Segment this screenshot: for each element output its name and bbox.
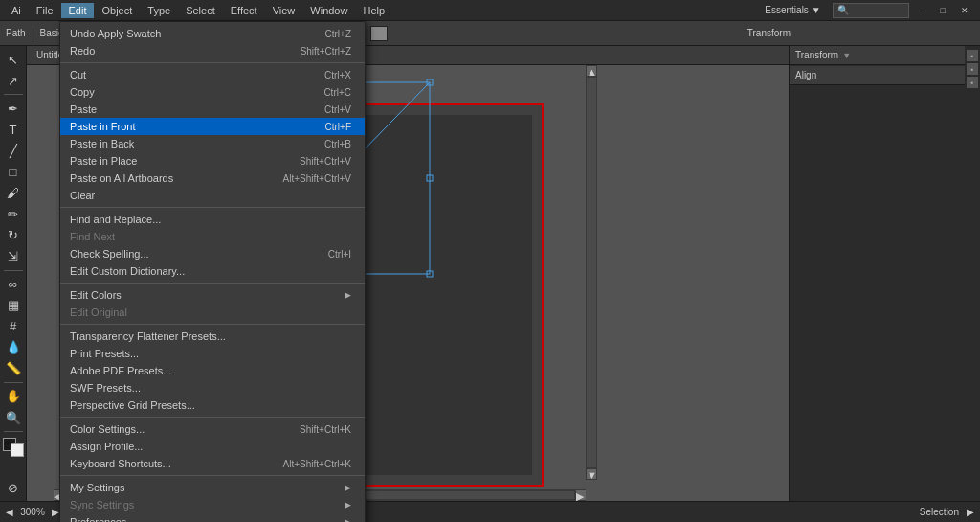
zoom-in-btn[interactable]: ▶ (52, 507, 59, 517)
panel-icon-3[interactable]: ▪ (967, 77, 978, 88)
rectangle-tool[interactable]: □ (3, 162, 24, 181)
vertical-scrollbar[interactable]: ▲ ▼ (586, 65, 597, 480)
transform-label: Transform (747, 28, 791, 38)
menu-item-label-assign-profile: Assign Profile... (70, 441, 351, 452)
gradient-tool[interactable]: ▦ (3, 296, 24, 315)
line-tool[interactable]: ╱ (3, 141, 24, 160)
shortcut-undo-apply-swatch: Ctrl+Z (325, 29, 352, 39)
scroll-right-arrow[interactable]: ▶ (576, 490, 586, 500)
menu-item-label-undo-apply-swatch: Undo Apply Swatch (70, 28, 306, 39)
menu-type[interactable]: Type (140, 3, 178, 18)
zoom-out-btn[interactable]: ◀ (6, 507, 13, 517)
rotate-tool[interactable]: ↻ (3, 226, 24, 245)
menu-item-transparency-flattener-presets[interactable]: Transparency Flattener Presets... (60, 328, 365, 345)
paintbrush-tool[interactable]: 🖌 (3, 183, 24, 202)
align-panel-label: Align (795, 70, 816, 80)
menu-item-label-color-settings: Color Settings... (70, 423, 280, 435)
menu-item-label-find-and-replace: Find and Replace... (70, 214, 351, 225)
menu-item-find-and-replace[interactable]: Find and Replace... (60, 211, 365, 228)
close-btn[interactable]: ✕ (953, 4, 976, 17)
hand-tool[interactable]: ✋ (3, 387, 24, 406)
menu-item-label-edit-colors: Edit Colors (70, 289, 345, 301)
menu-help[interactable]: Help (355, 3, 392, 18)
menu-item-edit-custom-dictionary[interactable]: Edit Custom Dictionary... (60, 262, 365, 280)
menu-item-cut[interactable]: CutCtrl+X (60, 66, 365, 83)
menu-separator-after-edit-original (60, 324, 365, 325)
shortcut-cut: Ctrl+X (324, 70, 351, 80)
panel-icon-2[interactable]: ▪ (967, 63, 978, 75)
menu-select[interactable]: Select (178, 3, 223, 18)
pen-tool[interactable]: ✒ (3, 99, 24, 118)
toolbar-separator-4 (4, 431, 23, 432)
pencil-tool[interactable]: ✏ (3, 204, 24, 223)
menu-item-paste-in-front[interactable]: Paste in FrontCtrl+F (60, 118, 365, 135)
zoom-tool[interactable]: 🔍 (3, 408, 24, 427)
type-tool[interactable]: T (3, 120, 24, 139)
minimize-btn[interactable]: – (913, 4, 933, 17)
shortcut-paste-on-all-artboards: Alt+Shift+Ctrl+V (283, 173, 351, 184)
blend-tool[interactable]: ∞ (3, 275, 24, 294)
menu-item-label-find-next: Find Next (70, 231, 351, 242)
menu-view[interactable]: View (265, 3, 303, 18)
menu-item-undo-apply-swatch[interactable]: Undo Apply SwatchCtrl+Z (60, 25, 365, 42)
menu-item-assign-profile[interactable]: Assign Profile... (60, 438, 365, 455)
menu-ai[interactable]: Ai (4, 3, 29, 18)
menu-item-clear[interactable]: Clear (60, 187, 365, 204)
menu-item-adobe-pdf-presets[interactable]: Adobe PDF Presets... (60, 362, 365, 379)
shortcut-keyboard-shortcuts: Alt+Shift+Ctrl+K (283, 459, 351, 469)
menu-item-redo[interactable]: RedoShift+Ctrl+Z (60, 42, 365, 59)
submenu-arrow-sync-settings: ▶ (345, 500, 351, 510)
menu-item-copy[interactable]: CopyCtrl+C (60, 83, 365, 101)
menu-item-label-check-spelling: Check Spelling... (70, 248, 309, 260)
maximize-btn[interactable]: □ (933, 4, 953, 17)
direct-selection-tool[interactable]: ↗ (3, 71, 24, 90)
menu-item-preferences[interactable]: Preferences▶ (60, 513, 365, 522)
menu-object[interactable]: Object (94, 3, 140, 18)
menu-file[interactable]: File (29, 3, 61, 18)
toolbar-separator-3 (4, 382, 23, 383)
scroll-thumb[interactable] (587, 78, 596, 467)
scroll-up-arrow[interactable]: ▲ (587, 66, 596, 76)
menu-separator-after-edit-custom-dictionary (60, 283, 365, 284)
menu-effect[interactable]: Effect (223, 3, 265, 18)
menu-item-label-swf-presets: SWF Presets... (70, 382, 351, 394)
menu-window[interactable]: Window (302, 3, 355, 18)
menu-item-label-edit-original: Edit Original (70, 306, 351, 318)
shortcut-paste: Ctrl+V (324, 104, 351, 115)
search-field[interactable]: 🔍 (833, 3, 909, 18)
eyedropper-tool[interactable]: 💧 (3, 338, 24, 357)
menu-item-paste-on-all-artboards[interactable]: Paste on All ArtboardsAlt+Shift+Ctrl+V (60, 170, 365, 187)
play-btn[interactable]: ▶ (967, 507, 974, 517)
menu-item-label-perspective-grid-presets: Perspective Grid Presets... (70, 399, 351, 411)
background-color[interactable] (11, 443, 24, 457)
menu-item-edit-colors[interactable]: Edit Colors▶ (60, 286, 365, 304)
menu-item-paste-in-back[interactable]: Paste in BackCtrl+B (60, 135, 365, 152)
stroke-fill-none[interactable]: ⊘ (3, 478, 24, 497)
scroll-down-arrow[interactable]: ▼ (587, 469, 596, 479)
menu-item-swf-presets[interactable]: SWF Presets... (60, 379, 365, 397)
menu-item-edit-original: Edit Original (60, 304, 365, 321)
toolbar-separator-1 (4, 94, 23, 95)
menu-item-my-settings[interactable]: My Settings▶ (60, 479, 365, 496)
shortcut-paste-in-front: Ctrl+F (325, 122, 352, 132)
menu-item-paste[interactable]: PasteCtrl+V (60, 101, 365, 118)
menu-item-keyboard-shortcuts[interactable]: Keyboard Shortcuts...Alt+Shift+Ctrl+K (60, 455, 365, 472)
menu-item-label-edit-custom-dictionary: Edit Custom Dictionary... (70, 265, 351, 277)
styles-swatch[interactable] (370, 26, 388, 41)
essentials-label[interactable]: Essentials ▼ (757, 3, 828, 17)
color-boxes[interactable] (3, 438, 24, 457)
menu-item-label-cut: Cut (70, 69, 305, 80)
menu-item-perspective-grid-presets[interactable]: Perspective Grid Presets... (60, 397, 365, 414)
panel-icon-1[interactable]: ▪ (967, 50, 978, 61)
selection-tool[interactable]: ↖ (3, 50, 24, 69)
mesh-tool[interactable]: # (3, 317, 24, 336)
menu-item-print-presets[interactable]: Print Presets... (60, 345, 365, 362)
align-panel-header: Align (790, 66, 980, 85)
zoom-value[interactable]: 300% (15, 507, 50, 517)
scale-tool[interactable]: ⇲ (3, 247, 24, 266)
menu-item-check-spelling[interactable]: Check Spelling...Ctrl+I (60, 245, 365, 262)
measure-tool[interactable]: 📏 (3, 359, 24, 378)
menu-item-paste-in-place[interactable]: Paste in PlaceShift+Ctrl+V (60, 152, 365, 170)
menu-edit[interactable]: Edit (61, 3, 95, 18)
menu-item-color-settings[interactable]: Color Settings...Shift+Ctrl+K (60, 420, 365, 438)
